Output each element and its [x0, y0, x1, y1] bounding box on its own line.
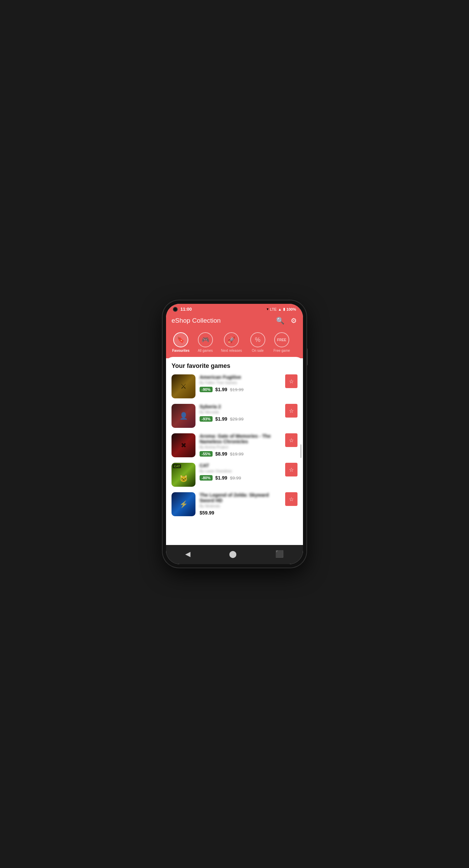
- star-icon-aroma: ☆: [289, 437, 294, 444]
- app-header: eShop Collection 🔍 ⚙: [166, 313, 303, 329]
- status-bar-left: 11:00: [173, 307, 192, 312]
- discount-badge-aroma: -55%: [200, 451, 213, 457]
- star-icon-zelda: ☆: [289, 496, 294, 503]
- search-button[interactable]: 🔍: [275, 316, 285, 325]
- thumb-label-cat: CAT: [173, 464, 181, 468]
- thumb-icon-cat: 🐱: [179, 474, 188, 483]
- tab-label-onsale: On sale: [252, 349, 263, 353]
- allgames-icon: 🎮: [202, 336, 209, 344]
- list-item: 👤 Syberia 2 By Microids -93% $1.99 $29.9…: [172, 404, 297, 428]
- game-pricing-cat: -80% $1.99 $9.99: [200, 475, 281, 481]
- phone-screen: 11:00 ▾ LTE ▲ ▮ 100% eShop Collection 🔍 …: [166, 304, 303, 564]
- game-pricing-zelda: $59.99: [200, 510, 281, 516]
- favourite-button-cat[interactable]: ☆: [285, 463, 297, 476]
- game-info-zelda: The Legend of Zelda: Skyward Sword HD By…: [200, 492, 281, 516]
- price-original-syberia: $29.99: [230, 417, 244, 422]
- price-original-cat: $9.99: [230, 475, 241, 481]
- content-area[interactable]: Your favorite games ⚔ American Fugitive …: [166, 357, 303, 545]
- status-bar-right: ▾ LTE ▲ ▮ 100%: [267, 307, 296, 311]
- game-pricing-american: -90% $1.99 $19.99: [200, 387, 281, 392]
- price-original-aroma: $19.99: [230, 451, 244, 457]
- tab-icon-wrap-allgames: 🎮: [198, 332, 213, 347]
- game-pricing-aroma: -55% $8.99 $19.99: [200, 451, 281, 457]
- favourite-button-aroma[interactable]: ☆: [285, 433, 297, 447]
- game-dev-cat: By Laser Overdrive: [200, 469, 281, 473]
- home-button[interactable]: ⬤: [224, 548, 242, 559]
- settings-button[interactable]: ⚙: [290, 316, 297, 325]
- star-icon-cat: ☆: [289, 467, 294, 473]
- scrollbar: [300, 444, 302, 458]
- game-info-cat: CAT By Laser Overdrive -80% $1.99 $9.99: [200, 463, 281, 481]
- price-current-aroma: $8.99: [215, 451, 227, 457]
- phone-shell: 11:00 ▾ LTE ▲ ▮ 100% eShop Collection 🔍 …: [163, 300, 306, 568]
- thumb-icon-american: ⚔: [180, 382, 187, 390]
- side-button: [306, 348, 308, 365]
- game-dev-syberia: By Microids: [200, 410, 281, 414]
- onsale-icon: %: [255, 336, 261, 344]
- game-title-zelda: The Legend of Zelda: Skyward Sword HD: [200, 492, 281, 503]
- game-thumb-aroma[interactable]: ✖: [172, 433, 195, 457]
- tab-icon-wrap-nextreleases: 🚀: [224, 332, 239, 347]
- favourite-button-syberia[interactable]: ☆: [285, 404, 297, 418]
- discount-badge-american: -90%: [200, 387, 213, 392]
- game-thumb-zelda[interactable]: ⚡: [172, 492, 195, 516]
- tab-label-allgames: All games: [198, 349, 213, 353]
- discount-badge-cat: -80%: [200, 475, 213, 481]
- star-icon-syberia: ☆: [289, 408, 294, 414]
- game-title-cat: CAT: [200, 463, 281, 468]
- battery-icon: ▮: [283, 307, 285, 311]
- favourite-button-american[interactable]: ☆: [285, 374, 297, 388]
- back-button[interactable]: ◀: [180, 548, 196, 559]
- status-bar: 11:00 ▾ LTE ▲ ▮ 100%: [166, 304, 303, 313]
- list-item: CAT 🐱 CAT By Laser Overdrive -80% $1.99 …: [172, 463, 297, 487]
- nextreleases-icon: 🚀: [228, 336, 235, 344]
- game-thumb-cat[interactable]: CAT 🐱: [172, 463, 195, 487]
- camera-dot: [173, 307, 178, 312]
- bottom-nav: ◀ ⬤ ⬛: [166, 545, 303, 564]
- nav-tabs: 🔖 Favourites 🎮 All games 🚀 Next releases…: [166, 329, 303, 358]
- game-title-syberia: Syberia 2: [200, 404, 281, 409]
- price-original-american: $19.99: [230, 387, 244, 392]
- tab-next-releases[interactable]: 🚀 Next releases: [218, 330, 245, 355]
- game-info-american: American Fugitive By Fallen Tree Games -…: [200, 374, 281, 392]
- wifi-icon: ▾: [267, 307, 269, 311]
- battery-pct: 100%: [287, 307, 296, 311]
- price-current-syberia: $1.99: [215, 416, 227, 422]
- game-info-syberia: Syberia 2 By Microids -93% $1.99 $29.99: [200, 404, 281, 422]
- tab-on-sale[interactable]: % On sale: [247, 330, 269, 355]
- thumb-icon-zelda: ⚡: [179, 500, 188, 508]
- game-dev-zelda: By Nintendo: [200, 504, 281, 508]
- list-item: ⚔ American Fugitive By Fallen Tree Games…: [172, 374, 297, 398]
- app-title: eShop Collection: [172, 317, 221, 324]
- tab-icon-wrap-favourites: 🔖: [173, 332, 188, 347]
- status-time: 11:00: [180, 307, 192, 312]
- game-thumb-american-fugitive[interactable]: ⚔: [172, 374, 195, 398]
- tab-all-games[interactable]: 🎮 All games: [194, 330, 216, 355]
- tab-favourites[interactable]: 🔖 Favourites: [169, 330, 193, 355]
- favourite-button-zelda[interactable]: ☆: [285, 492, 297, 506]
- game-title-aroma: Aroma: Gate of Memories - The Nameless C…: [200, 433, 281, 444]
- tab-label-freegames: Free game: [274, 349, 290, 353]
- game-thumb-syberia[interactable]: 👤: [172, 404, 195, 428]
- price-current-cat: $1.99: [215, 475, 227, 481]
- signal-icon: ▲: [278, 307, 282, 311]
- list-item: ✖ Aroma: Gate of Memories - The Nameless…: [172, 433, 297, 457]
- thumb-icon-syberia: 👤: [179, 412, 188, 420]
- tab-label-favourites: Favourites: [172, 349, 190, 353]
- freegames-icon: FREE: [277, 338, 287, 342]
- favourites-icon: 🔖: [177, 336, 185, 344]
- tab-free-games[interactable]: FREE Free game: [270, 330, 293, 355]
- header-icons: 🔍 ⚙: [275, 316, 297, 325]
- tab-label-nextreleases: Next releases: [221, 349, 242, 353]
- price-current-american: $1.99: [215, 387, 227, 392]
- section-title: Your favorite games: [172, 362, 297, 370]
- game-info-aroma: Aroma: Gate of Memories - The Nameless C…: [200, 433, 281, 457]
- discount-badge-syberia: -93%: [200, 416, 213, 422]
- game-pricing-syberia: -93% $1.99 $29.99: [200, 416, 281, 422]
- recents-button[interactable]: ⬛: [270, 548, 289, 559]
- game-title-american: American Fugitive: [200, 374, 281, 380]
- price-current-zelda: $59.99: [200, 510, 214, 516]
- game-dev-american: By Fallen Tree Games: [200, 381, 281, 385]
- game-dev-aroma: By Anima Project: [200, 445, 281, 449]
- lte-label: LTE: [270, 307, 277, 311]
